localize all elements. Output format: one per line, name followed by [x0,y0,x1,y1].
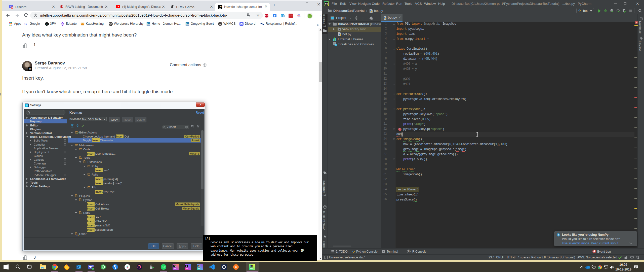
svg-text:DG: DG [198,265,200,267]
svg-text:3: 3 [46,23,47,25]
svg-text:ABP: ABP [265,15,268,17]
svg-text:PC: PC [325,3,328,5]
svg-text:JI: JI [26,104,28,106]
svg-text:IJ: IJ [186,265,187,267]
svg-text:PC: PC [250,265,253,267]
svg-text:X: X [235,266,237,268]
svg-text:PS: PS [174,265,176,267]
svg-text:FI: FI [281,15,284,17]
